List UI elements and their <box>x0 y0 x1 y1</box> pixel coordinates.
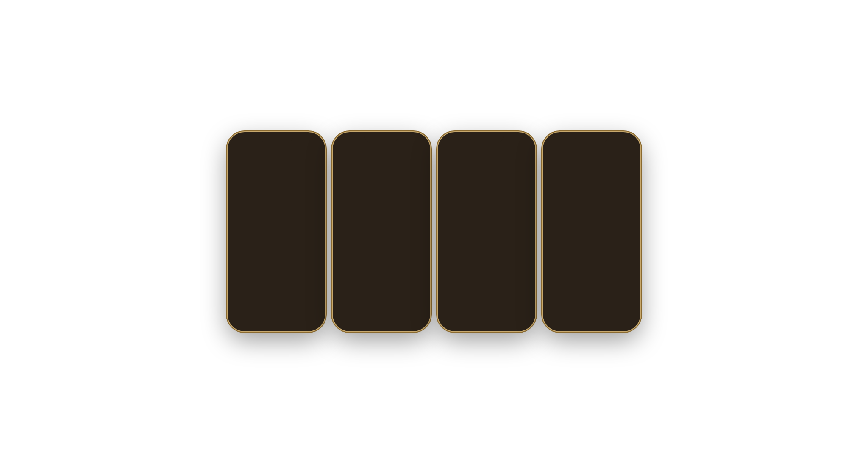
profile-icon-2[interactable]: 👤 <box>412 318 420 326</box>
wifi-icon: 📶 <box>308 136 312 140</box>
notification-icon-4[interactable]: 🔔 <box>604 316 612 324</box>
video-bottom-2: Follow ♥ 10.3k 1.8M @quavohuncho Taco Tu… <box>333 282 430 314</box>
views-count-3: 30.8k <box>524 285 531 288</box>
blm-label: #BLM <box>292 176 300 180</box>
leaderboard-label: Leaderboard <box>234 176 253 180</box>
tab-social[interactable]: Social <box>485 152 501 158</box>
views-count-4: 9.4M <box>629 294 636 297</box>
category-active[interactable]: ✊ Active <box>259 157 280 180</box>
search-nav-icon-3[interactable]: ⌕ <box>461 316 465 323</box>
heart-action-icon-4[interactable]: ♡ <box>629 275 635 283</box>
home-icon-4[interactable]: ⌂ <box>552 316 556 324</box>
vinyl-icon: 💿 <box>445 304 449 308</box>
video-grid: @jbalvin @djkhaled <box>228 191 325 331</box>
bottom-nav-4: ⌂ ⌕ + 🔔 👤 <box>547 313 636 328</box>
video-bottom-4: Follow ♥ 44.8k 9.4M @lilwayne Funeral ou… <box>543 288 640 331</box>
video-user-2: @djkhaled <box>262 228 291 231</box>
phone-1: 3:05 ▐▐▐ 📶 🔋 × 🔍 <box>228 132 325 331</box>
tab-following[interactable]: Following <box>442 152 463 158</box>
likes-count-4: 44.8k <box>619 294 626 297</box>
back-button-4[interactable]: ‹ <box>549 143 558 152</box>
search-placeholder: Search <box>255 145 269 150</box>
search-header: × 🔍 Search <box>228 141 325 155</box>
video-user-5: @dillonfrancis <box>262 299 291 301</box>
handle-3: @laylafaith <box>442 294 531 298</box>
video-cell-5[interactable]: @dillonfrancis <box>261 262 292 303</box>
phone-2: ‹ 3:42 quavohuncho ⋯ TRILLER <box>333 132 430 331</box>
bottom-nav-3: ⌂ ⌕ + 🔔 👤 <box>442 311 531 328</box>
status-bar-1: 3:05 ▐▐▐ 📶 🔋 <box>228 132 325 141</box>
user-avatar-3 <box>442 281 453 292</box>
leaderboard-icon: ⭐ <box>235 157 252 174</box>
create-button-4[interactable]: + <box>581 315 594 325</box>
profile-icon-3[interactable]: 👤 <box>517 315 526 323</box>
video-cell-1[interactable]: @jbalvin <box>229 191 260 233</box>
category-comedy[interactable]: 😂 Comedy <box>312 157 325 180</box>
signal-icon-3: ▐▐▐ <box>509 136 517 140</box>
phones-container: 3:05 ▐▐▐ 📶 🔋 × 🔍 <box>219 124 649 340</box>
back-button-2[interactable]: ‹ <box>339 136 348 146</box>
heart-icon-3: ♥ <box>512 285 514 288</box>
status-time-4: 3:27 <box>549 136 556 140</box>
create-button-2[interactable]: + <box>370 317 384 327</box>
caption-4: Funeral out now 🎵 <box>547 308 636 311</box>
wifi-icon-3: 📶 <box>519 136 523 140</box>
search-bar[interactable]: 🔍 Search <box>244 143 321 152</box>
video-cell-2[interactable]: @djkhaled <box>261 191 292 233</box>
triller-logo: TRILLER <box>367 209 395 216</box>
notification-icon-2[interactable]: 🔔 <box>394 318 402 326</box>
phone-3: 2:36 ▐▐▐ 📶 🔋 👤 Following • Music <box>438 132 535 331</box>
video-user-6: @armaanmalik <box>294 299 322 301</box>
heart-icon-2: ♥ <box>404 289 406 292</box>
video-bottom-3: Follow ♥ 207 30.8k @laylafaith "The Woo … <box>438 277 535 331</box>
status-time-1: 3:05 <box>234 136 242 140</box>
song-ticker-text: t & Roddy Ricch) by Pop Smoke The Woo (f… <box>451 304 516 307</box>
username-4: lilwayne <box>590 146 606 151</box>
home-icon-3[interactable]: ⌂ <box>447 316 451 323</box>
battery-icon: 🔋 <box>314 136 318 140</box>
likes-count-2: 10.3k <box>408 289 415 292</box>
song-title-3: "The Woo (feat. 50 Cent & Roddy Ricch)" … <box>442 299 531 302</box>
video-cell-3[interactable]: @tydollasign <box>292 191 323 233</box>
profile-icon-4[interactable]: 👤 <box>623 316 631 324</box>
user-avatar-2 <box>338 285 350 297</box>
battery-icon-4: 🔋 <box>630 136 634 140</box>
tabs-row-3: Following • Music • Social <box>438 150 535 160</box>
phone-4: 👥 3:27 ▐▐▐ 📶 🔋 ‹ nous <box>543 132 640 331</box>
video-cell-4[interactable]: @aliciakeys <box>229 262 260 303</box>
follow-button-4[interactable]: Follow <box>561 294 576 298</box>
follow-button-2[interactable]: Follow <box>353 288 370 294</box>
create-button-3[interactable]: + <box>476 314 489 324</box>
wifi-icon-4: 📶 <box>624 136 629 140</box>
user-avatar-4 <box>547 291 558 302</box>
tab-music[interactable]: Music <box>466 152 482 158</box>
follow-button-3[interactable]: Follow <box>456 284 471 288</box>
recommended-title: Recommended Videos <box>228 182 325 191</box>
video-user-3: @tydollasign <box>294 228 322 231</box>
options-icon-2[interactable]: ⋯ <box>418 138 424 144</box>
category-leaderboard[interactable]: ⭐ Leaderboard <box>233 157 254 180</box>
search-icon: 🔍 <box>248 145 253 150</box>
comedy-label: Comedy <box>316 176 325 180</box>
close-button[interactable]: × <box>232 143 240 152</box>
comedy-icon: 😂 <box>314 157 325 174</box>
video-top-bar-2: ‹ 3:42 quavohuncho ⋯ <box>333 132 430 147</box>
status-bar-4: 3:27 ▐▐▐ 📶 🔋 <box>543 132 640 141</box>
category-blm[interactable]: ✊ #BLM <box>285 157 306 180</box>
search-nav-icon-2[interactable]: ⌕ <box>356 318 361 326</box>
status-bar-3: 2:36 ▐▐▐ 📶 🔋 <box>438 132 535 141</box>
home-icon-2[interactable]: ⌂ <box>342 318 347 326</box>
video-user-1: @jbalvin <box>231 228 259 231</box>
song-ticker-3: 💿 t & Roddy Ricch) by Pop Smoke The Woo … <box>442 303 531 309</box>
video-user-4: @aliciakeys <box>231 299 259 301</box>
status-icons-1: ▐▐▐ 📶 🔋 <box>298 136 318 140</box>
search-nav-icon-4[interactable]: ⌕ <box>566 316 570 324</box>
blm-icon: ✊ <box>287 157 304 174</box>
close-icon: × <box>235 145 237 150</box>
music-note-icon: 🎵 <box>521 232 530 241</box>
handle-4: @lilwayne <box>547 303 636 307</box>
video-cell-6[interactable]: @armaanmalik <box>292 262 323 303</box>
signal-icon-4: ▐▐▐ <box>615 136 623 140</box>
likes-count-3: 207 <box>515 285 520 288</box>
notification-icon-3[interactable]: 🔔 <box>499 315 507 323</box>
